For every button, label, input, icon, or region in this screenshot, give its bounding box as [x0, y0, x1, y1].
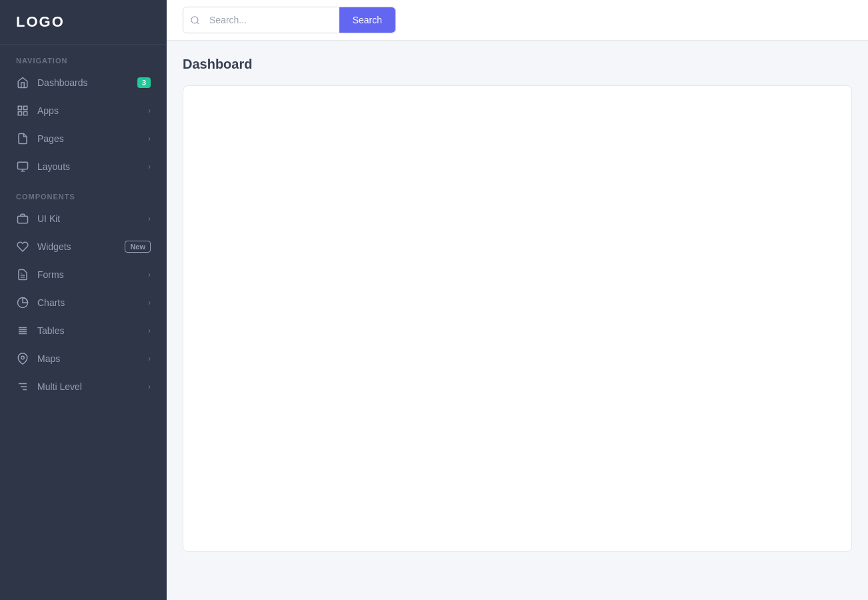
sidebar-item-apps[interactable]: Apps ›	[0, 97, 167, 125]
sidebar-item-label-pages: Pages	[37, 133, 148, 144]
svg-rect-0	[18, 106, 21, 109]
svg-rect-2	[18, 112, 21, 115]
sidebar-item-label-multilevel: Multi Level	[37, 381, 148, 392]
svg-line-21	[197, 22, 199, 24]
sidebar-item-label-widgets: Widgets	[37, 241, 125, 252]
svg-rect-4	[18, 162, 28, 169]
sidebar-item-uikit[interactable]: UI Kit ›	[0, 205, 167, 233]
sidebar-item-maps[interactable]: Maps ›	[0, 345, 167, 373]
charts-icon	[16, 296, 29, 309]
svg-rect-3	[24, 112, 27, 115]
layouts-icon	[16, 160, 29, 173]
forms-icon	[16, 268, 29, 281]
chevron-right-icon: ›	[148, 298, 151, 307]
tables-icon	[16, 324, 29, 337]
components-section-label: COMPONENTS	[0, 181, 167, 205]
chevron-right-icon: ›	[148, 106, 151, 115]
sidebar-item-forms[interactable]: Forms ›	[0, 261, 167, 289]
sidebar-item-dashboards[interactable]: Dashboards 3	[0, 69, 167, 97]
search-icon	[183, 7, 207, 33]
uikit-icon	[16, 212, 29, 225]
sidebar-item-label-layouts: Layouts	[37, 161, 148, 172]
sidebar: LOGO NAVIGATION Dashboards 3 Apps ›	[0, 0, 167, 600]
dashboards-badge: 3	[137, 77, 151, 88]
maps-icon	[16, 352, 29, 365]
sidebar-item-tables[interactable]: Tables ›	[0, 317, 167, 345]
sidebar-item-label-tables: Tables	[37, 325, 148, 336]
widgets-icon	[16, 240, 29, 253]
dashboard-icon	[16, 76, 29, 89]
search-input[interactable]	[207, 9, 339, 31]
page-body: Dashboard	[167, 41, 868, 600]
sidebar-item-multilevel[interactable]: Multi Level ›	[0, 373, 167, 401]
widgets-badge-new: New	[125, 241, 151, 253]
page-title: Dashboard	[183, 57, 852, 72]
chevron-right-icon: ›	[148, 214, 151, 223]
chevron-right-icon: ›	[148, 270, 151, 279]
sidebar-item-label-uikit: UI Kit	[37, 213, 148, 224]
sidebar-item-pages[interactable]: Pages ›	[0, 125, 167, 153]
sidebar-item-label-charts: Charts	[37, 297, 148, 308]
multilevel-icon	[16, 380, 29, 393]
sidebar-item-layouts[interactable]: Layouts ›	[0, 153, 167, 181]
sidebar-item-label-maps: Maps	[37, 353, 148, 364]
svg-rect-7	[18, 216, 28, 223]
content-card	[183, 85, 852, 552]
main-content: Search Dashboard	[167, 0, 868, 600]
chevron-right-icon: ›	[148, 162, 151, 171]
sidebar-item-widgets[interactable]: Widgets New	[0, 233, 167, 261]
svg-point-16	[21, 356, 25, 359]
sidebar-item-charts[interactable]: Charts ›	[0, 289, 167, 317]
chevron-right-icon: ›	[148, 382, 151, 391]
sidebar-item-label-forms: Forms	[37, 269, 148, 280]
logo: LOGO	[0, 0, 167, 45]
chevron-right-icon: ›	[148, 354, 151, 363]
sidebar-item-label-apps: Apps	[37, 105, 148, 116]
search-wrapper: Search	[183, 7, 396, 33]
pages-icon	[16, 132, 29, 145]
nav-section-label: NAVIGATION	[0, 45, 167, 69]
apps-icon	[16, 104, 29, 117]
chevron-right-icon: ›	[148, 326, 151, 335]
header: Search	[167, 0, 868, 41]
svg-rect-1	[24, 106, 27, 109]
svg-point-20	[191, 16, 198, 23]
chevron-right-icon: ›	[148, 134, 151, 143]
search-button[interactable]: Search	[339, 7, 395, 33]
sidebar-item-label-dashboards: Dashboards	[37, 77, 137, 88]
